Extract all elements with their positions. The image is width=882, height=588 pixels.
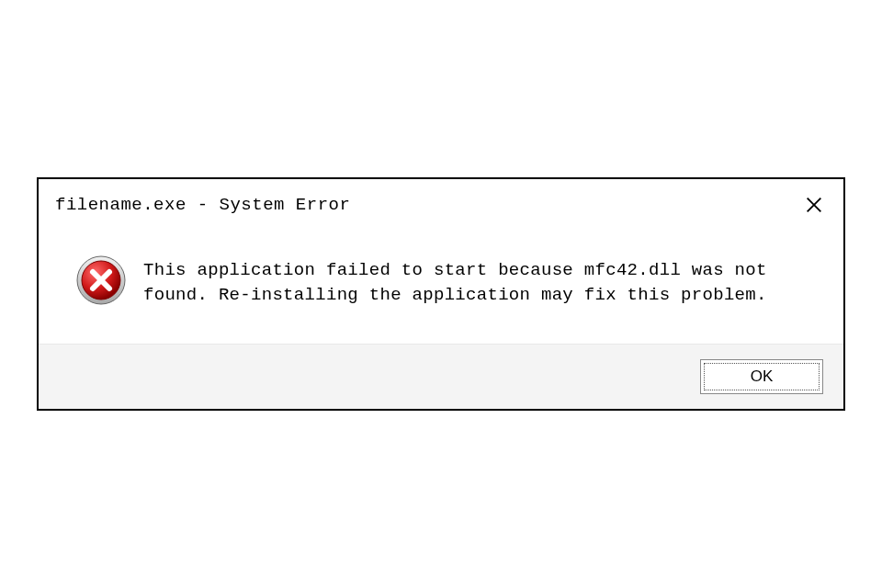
dialog-content: This application failed to start because… bbox=[39, 227, 843, 344]
titlebar: filename.exe - System Error bbox=[39, 179, 843, 227]
dialog-title: filename.exe - System Error bbox=[55, 195, 350, 215]
error-message: This application failed to start because… bbox=[143, 254, 807, 307]
close-icon bbox=[804, 195, 824, 215]
error-icon bbox=[75, 254, 127, 306]
error-dialog: filename.exe - System Error bbox=[37, 177, 845, 411]
ok-button[interactable]: OK bbox=[700, 359, 823, 394]
close-button[interactable] bbox=[801, 192, 827, 218]
button-bar: OK bbox=[39, 344, 843, 409]
